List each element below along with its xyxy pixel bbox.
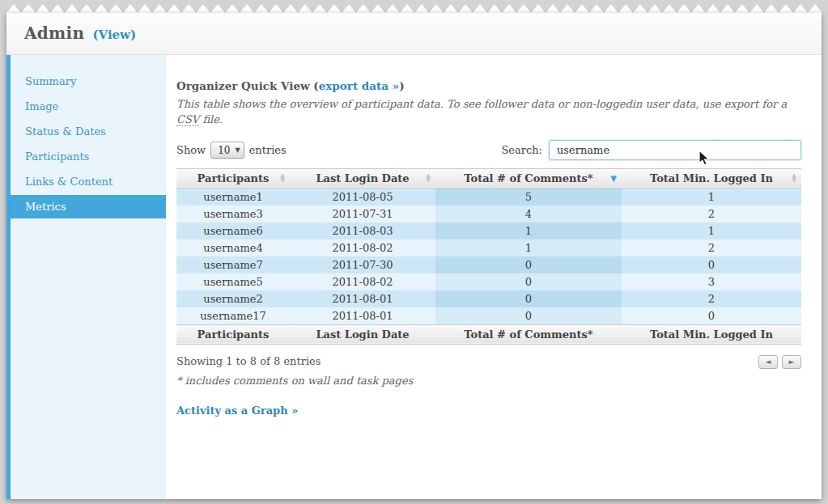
torn-edge-decoration	[6, 4, 822, 13]
column-header-total-comments[interactable]: Total # of Comments* ▼	[435, 168, 622, 188]
table-row: username5 2011-08-02 0 3	[176, 273, 801, 290]
comments-cell: 0	[435, 290, 622, 307]
participant-cell: username3	[176, 205, 290, 222]
participant-cell: username6	[176, 222, 290, 239]
date-cell: 2011-08-03	[290, 222, 435, 239]
prev-page-icon: ◄	[766, 358, 771, 366]
chevron-down-icon: ▼	[236, 146, 240, 154]
sidebar-item-image[interactable]: Image	[11, 95, 166, 118]
table-row: username2 2011-08-01 0 2	[176, 290, 801, 307]
column-header-last-login[interactable]: Last Login Date ▲▼	[290, 168, 435, 188]
comments-cell: 0	[435, 256, 622, 273]
entries-label: entries	[249, 144, 287, 156]
section-title: Organizer Quick View (export data »)	[176, 79, 801, 92]
column-header-total-minutes[interactable]: Total Min. Logged In ▲▼	[622, 168, 801, 188]
comments-cell: 0	[435, 273, 622, 290]
table-footer-row: Participants Last Login Date Total # of …	[176, 324, 801, 344]
search-input[interactable]	[549, 140, 801, 160]
page-size-select[interactable]: 10 ▼	[210, 142, 244, 159]
sort-icons: ▲▼	[281, 173, 285, 183]
show-label: Show	[176, 144, 206, 156]
participant-cell: username17	[176, 307, 290, 325]
table-row: username7 2011-07-30 0 0	[176, 256, 801, 273]
prev-page-button[interactable]: ◄	[758, 355, 778, 369]
activity-graph-link[interactable]: Activity as a Graph »	[176, 404, 298, 417]
minutes-cell: 0	[622, 307, 801, 325]
sort-desc-active-icon: ▼	[610, 174, 617, 183]
date-cell: 2011-08-01	[290, 290, 435, 307]
footer-total-minutes: Total Min. Logged In	[622, 324, 801, 344]
sidebar-item-links-content[interactable]: Links & Content	[11, 170, 166, 193]
minutes-cell: 0	[622, 256, 801, 273]
date-cell: 2011-08-02	[290, 239, 435, 256]
table-row: username4 2011-08-02 1 2	[176, 239, 801, 256]
next-page-button[interactable]: ►	[782, 355, 801, 369]
participant-cell: username2	[176, 290, 290, 307]
minutes-cell: 2	[622, 239, 801, 256]
comments-cell: 0	[435, 307, 622, 325]
minutes-cell: 1	[622, 188, 801, 205]
search-label: Search:	[501, 144, 542, 156]
sidebar-item-summary[interactable]: Summary	[11, 70, 166, 93]
table-row: username1 2011-08-05 5 1	[176, 188, 801, 205]
pagination: ◄ ►	[758, 355, 801, 369]
section-title-prefix: Organizer Quick View (	[176, 79, 319, 92]
date-cell: 2011-08-01	[290, 307, 435, 325]
comments-footnote: * includes comments on wall and task pag…	[176, 375, 801, 387]
showing-entries-status: Showing 1 to 8 of 8 entries	[176, 355, 321, 367]
column-header-participants[interactable]: Participants ▲▼	[176, 168, 290, 188]
participants-table: Participants ▲▼ Last Login Date ▲▼ Total…	[176, 168, 801, 345]
description-text-2: file.	[199, 113, 223, 125]
minutes-cell: 1	[622, 222, 801, 239]
date-cell: 2011-08-02	[290, 273, 435, 290]
mouse-cursor	[698, 150, 711, 167]
view-link[interactable]: (View)	[92, 28, 136, 42]
admin-panel: Admin (View) Summary Image Status & Date…	[6, 13, 822, 499]
comments-cell: 1	[435, 222, 622, 239]
sort-icons: ▲▼	[792, 173, 796, 183]
section-description: This table shows the overview of partici…	[176, 97, 793, 128]
show-entries-control: Show 10 ▼ entries	[176, 142, 287, 159]
next-page-icon: ►	[789, 358, 795, 366]
date-cell: 2011-07-30	[290, 256, 435, 273]
date-cell: 2011-08-05	[290, 188, 435, 205]
sidebar-item-metrics[interactable]: Metrics	[11, 195, 166, 218]
sidebar: Summary Image Status & Dates Participant…	[11, 55, 166, 499]
participant-cell: username7	[176, 256, 290, 273]
sidebar-item-participants[interactable]: Participants	[11, 145, 166, 168]
panel-body: Summary Image Status & Dates Participant…	[6, 55, 822, 499]
participant-cell: username1	[176, 188, 290, 205]
footer-total-comments: Total # of Comments*	[435, 324, 622, 344]
minutes-cell: 2	[622, 205, 801, 222]
page: Admin (View) Summary Image Status & Date…	[0, 0, 828, 504]
section-title-suffix: )	[399, 79, 404, 92]
comments-cell: 1	[435, 239, 622, 256]
footer-last-login: Last Login Date	[290, 324, 435, 344]
page-size-value: 10	[218, 145, 230, 156]
sort-icons: ▲▼	[427, 173, 431, 183]
export-data-link[interactable]: export data »	[319, 79, 399, 92]
panel-header: Admin (View)	[6, 13, 822, 55]
sidebar-item-status-dates[interactable]: Status & Dates	[11, 120, 166, 143]
description-text-1: This table shows the overview of partici…	[176, 98, 787, 110]
table-header-row: Participants ▲▼ Last Login Date ▲▼ Total…	[176, 168, 801, 188]
participant-cell: username4	[176, 239, 290, 256]
csv-abbr: CSV	[176, 113, 199, 126]
participant-cell: username5	[176, 273, 290, 290]
main-content: Organizer Quick View (export data ») Thi…	[166, 55, 822, 499]
table-row: username3 2011-07-31 4 2	[176, 205, 801, 222]
minutes-cell: 2	[622, 290, 801, 307]
minutes-cell: 3	[622, 273, 801, 290]
comments-cell: 5	[435, 188, 622, 205]
table-row: username6 2011-08-03 1 1	[176, 222, 801, 239]
date-cell: 2011-07-31	[290, 205, 435, 222]
table-meta-row: Showing 1 to 8 of 8 entries ◄ ►	[176, 355, 801, 369]
table-row: username17 2011-08-01 0 0	[176, 307, 801, 325]
comments-cell: 4	[435, 205, 622, 222]
page-title: Admin	[24, 23, 84, 43]
footer-participants: Participants	[176, 324, 290, 344]
search-control: Search:	[501, 140, 801, 160]
